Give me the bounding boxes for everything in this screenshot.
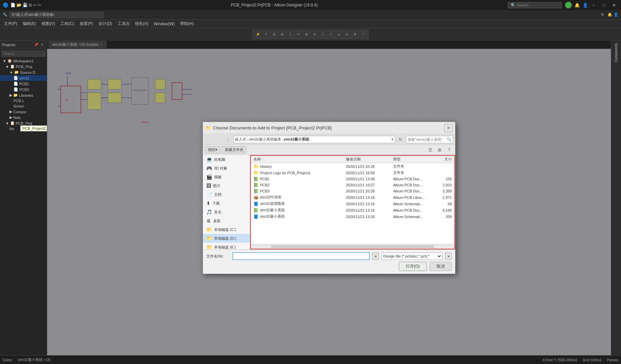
maximize-button[interactable]: □ bbox=[599, 1, 608, 9]
nav-panel-drive-e[interactable]: 📁 本地磁盘 (E:) bbox=[203, 243, 250, 249]
toolbar-btn-1[interactable]: ⚡ bbox=[254, 31, 262, 38]
toolbar-btn-13[interactable]: A bbox=[351, 31, 359, 38]
menu-item-view[interactable]: 视图(V) bbox=[39, 20, 58, 27]
settings-icon[interactable]: ⚙ bbox=[601, 12, 604, 17]
path-dropdown-icon[interactable]: ▾ bbox=[391, 137, 393, 142]
cancel-button[interactable]: 取消 bbox=[430, 262, 452, 271]
minimize-button[interactable]: − bbox=[589, 1, 598, 9]
table-row[interactable]: 📘 stm32原理图库 2020/11/21 13:16 Altium Sche… bbox=[251, 201, 454, 207]
nav-panel-drive-c[interactable]: 📁 本地磁盘 (C:) bbox=[203, 225, 250, 234]
tree-nets[interactable]: ▶ Nets bbox=[0, 115, 47, 120]
dialog-search-input[interactable] bbox=[408, 138, 447, 142]
toolbar-btn-10[interactable]: □ bbox=[327, 31, 334, 38]
tree-schematic[interactable]: Schen bbox=[0, 103, 47, 109]
menu-item-edit[interactable]: 编辑(E) bbox=[20, 20, 39, 27]
toolbar-btn-11[interactable]: △ bbox=[335, 31, 343, 38]
address-input[interactable] bbox=[9, 12, 104, 18]
col-type-header[interactable]: 类型 bbox=[390, 157, 431, 162]
nav-up-button[interactable]: ↑ bbox=[224, 135, 232, 144]
new-icon[interactable]: 📄 bbox=[10, 3, 16, 7]
col-date-header[interactable]: 修改日期 bbox=[343, 157, 390, 162]
undo-icon[interactable]: ↩ bbox=[33, 3, 36, 7]
menu-item-file[interactable]: 文件(F) bbox=[1, 20, 20, 27]
menu-item-window[interactable]: Window(W) bbox=[151, 21, 177, 27]
path-segment-0[interactable]: 嵌入式 bbox=[235, 137, 246, 142]
table-row[interactable]: 📁 History 2020/11/21 20:26 文件夹 bbox=[251, 163, 454, 170]
col-size-header[interactable]: 大小 bbox=[431, 157, 454, 162]
toolbar-btn-7[interactable]: ⊕ bbox=[303, 31, 310, 38]
organize-button[interactable]: 组织▾ bbox=[205, 146, 220, 153]
panel-close-btn[interactable]: ✕ bbox=[39, 42, 45, 48]
user-icon[interactable]: 👤 bbox=[583, 3, 588, 8]
toolbar-btn-6[interactable]: ✂ bbox=[295, 31, 302, 38]
notifications-icon[interactable]: 🔔 bbox=[608, 12, 612, 17]
title-search-box[interactable]: 🔍 Search bbox=[508, 2, 562, 8]
nav-refresh-button[interactable]: ↻ bbox=[396, 135, 405, 144]
filetype-select[interactable]: Design file (*.pcbdoc;*.pcb;* bbox=[382, 252, 442, 260]
nav-panel-drive-d[interactable]: 📁 本地磁盘 (D:) bbox=[203, 234, 250, 243]
nav-panel-documents[interactable]: 📄 文档 bbox=[203, 190, 250, 199]
filename-input[interactable] bbox=[233, 252, 369, 260]
view-help-button[interactable]: ? bbox=[445, 146, 453, 154]
filetype-dropdown-btn[interactable]: ▾ bbox=[445, 252, 452, 260]
nav-panel-desktop[interactable]: 🖥 桌面 bbox=[203, 216, 250, 225]
save-all-icon[interactable]: ⊞ bbox=[29, 3, 32, 7]
tree-pcb3[interactable]: 📄 PCB3. bbox=[0, 87, 47, 92]
dialog-close-button[interactable]: ✕ bbox=[444, 124, 452, 132]
dialog-search-box[interactable]: 🔍 bbox=[406, 136, 453, 143]
open-icon[interactable]: 📂 bbox=[17, 3, 22, 7]
filename-dropdown-btn[interactable]: ▾ bbox=[372, 252, 379, 260]
view-tile-button[interactable]: ⊞ bbox=[436, 146, 444, 154]
toolbar-btn-5[interactable]: | bbox=[287, 31, 294, 38]
toolbar-btn-8[interactable]: ✕ bbox=[311, 31, 318, 38]
nav-back-button[interactable]: ← bbox=[205, 135, 213, 144]
path-segment-2[interactable]: stm32最小系统 bbox=[284, 137, 309, 142]
col-name-header[interactable]: 名称 ↑ bbox=[251, 157, 343, 162]
menu-item-help[interactable]: 帮助(H) bbox=[177, 20, 197, 27]
file-list-scrollbar[interactable] bbox=[251, 244, 454, 249]
nav-panel-3d[interactable]: 🎮 3D 对象 bbox=[203, 164, 250, 173]
toolbar-btn-3[interactable]: ⊡ bbox=[270, 31, 278, 38]
nav-forward-button[interactable]: → bbox=[214, 135, 223, 144]
table-row[interactable]: 📁 Project Logs for PCB_Project1 2020/11/… bbox=[251, 170, 454, 176]
table-row[interactable]: 📗 PCB3 2020/11/21 20:26 Altium PCB Doc..… bbox=[251, 188, 454, 194]
table-row[interactable]: 📦 stm32PCB库 2020/11/21 13:16 Altium PCB … bbox=[251, 194, 454, 201]
table-row[interactable]: 📘 stm32最小系统 2020/11/21 13:26 Altium Sche… bbox=[251, 213, 454, 220]
nav-panel-music[interactable]: 🎵 音乐 bbox=[203, 208, 250, 216]
tree-stm32[interactable]: 📄 stm32: bbox=[0, 75, 47, 81]
close-button[interactable]: ✕ bbox=[610, 1, 618, 9]
new-folder-button[interactable]: 新建文件夹 bbox=[222, 146, 246, 153]
nav-panel-downloads[interactable]: ⬇ 下载 bbox=[203, 199, 250, 208]
menu-item-project[interactable]: 工程(C) bbox=[58, 20, 77, 27]
menu-item-design[interactable]: 设计(D) bbox=[96, 20, 115, 27]
panels-btn[interactable]: Panels bbox=[607, 358, 618, 362]
menu-item-reports[interactable]: 报告(A) bbox=[132, 20, 151, 27]
table-row[interactable]: 📗 PCB2 2020/11/21 15:57 Altium PCB Doc..… bbox=[251, 182, 454, 188]
nav-panel-video[interactable]: 🎬 视频 bbox=[203, 173, 250, 181]
toolbar-btn-2[interactable]: + bbox=[262, 31, 270, 38]
toolbar-btn-4[interactable]: ⊟ bbox=[278, 31, 286, 38]
redo-icon[interactable]: ↪ bbox=[37, 3, 41, 7]
toolbar-btn-12[interactable]: ⊙ bbox=[343, 31, 351, 38]
table-row[interactable]: 📗 stm32最小系统 2020/11/21 13:16 Altium PCB … bbox=[251, 207, 454, 213]
tree-workspace[interactable]: ▼ 🏠 Workspace1 bbox=[0, 58, 47, 64]
panel-pin-btn[interactable]: 📌 bbox=[33, 42, 39, 48]
path-segment-1[interactable]: stm32最小系统板库 bbox=[249, 137, 281, 142]
view-list-button[interactable]: ☰ bbox=[426, 146, 434, 154]
user-account-icon[interactable]: 👤 bbox=[614, 12, 618, 17]
menu-item-place[interactable]: 放置(P) bbox=[77, 20, 96, 27]
tree-pcb2[interactable]: 📄 PCB2. bbox=[0, 81, 47, 87]
save-icon[interactable]: 💾 bbox=[23, 3, 28, 7]
tree-no-item[interactable]: No PCB_Project2.PrjPCB bbox=[0, 126, 47, 131]
nav-panel-pictures[interactable]: 🖼 图片 bbox=[203, 181, 250, 190]
toolbar-btn-14[interactable]: ~ bbox=[359, 31, 367, 38]
toolbar-btn-9[interactable]: | bbox=[319, 31, 326, 38]
panel-search-input[interactable] bbox=[1, 51, 46, 57]
tree-source[interactable]: ▼ 📁 Source D bbox=[0, 69, 47, 75]
components-panel-label[interactable]: Components bbox=[614, 40, 618, 65]
open-button[interactable]: 打开(O) bbox=[399, 262, 427, 271]
bell-icon[interactable]: 🔔 bbox=[574, 3, 580, 8]
tree-pcb-lib[interactable]: PCB L bbox=[0, 98, 47, 103]
menu-item-tools[interactable]: 工具(I) bbox=[115, 20, 132, 27]
tree-libraries[interactable]: ▶ 📁 Libraries bbox=[0, 92, 47, 98]
